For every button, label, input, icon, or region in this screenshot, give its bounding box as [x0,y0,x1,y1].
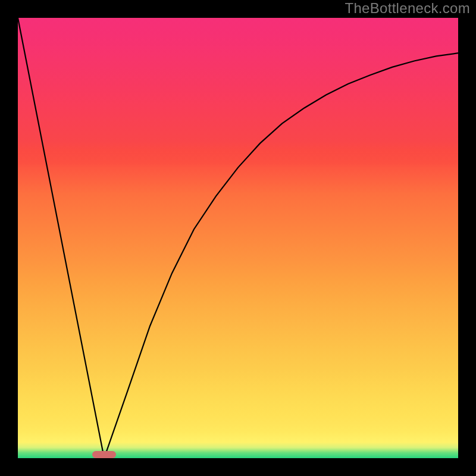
bottleneck-chart: TheBottleneck.com [0,0,476,476]
chart-frame [0,0,476,476]
watermark-text: TheBottleneck.com [345,0,470,17]
